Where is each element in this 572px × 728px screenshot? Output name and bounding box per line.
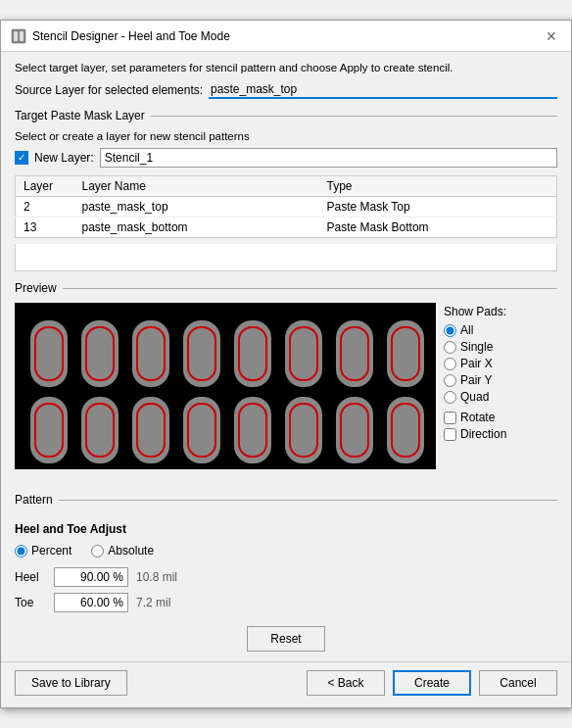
radio-pair-x: Pair X — [444, 357, 506, 370]
pad-inner — [136, 403, 166, 458]
mode-percent: Percent — [15, 544, 72, 558]
pad-inner — [85, 403, 115, 458]
footer-buttons: Save to Library < Back Create Cancel — [1, 661, 571, 707]
layer-type: Paste Mask Top — [319, 197, 557, 218]
new-layer-checkbox[interactable] — [15, 151, 28, 165]
layer-num: 13 — [16, 218, 74, 238]
pad — [30, 397, 68, 463]
pad — [183, 397, 220, 463]
target-section-label: Target Paste Mask Layer — [15, 109, 557, 122]
heel-input[interactable] — [54, 567, 128, 587]
radio-single-input[interactable] — [444, 341, 456, 354]
radio-all: All — [444, 323, 506, 337]
layer-name: paste_mask_bottom — [74, 218, 319, 238]
rotate-checkbox[interactable] — [444, 412, 456, 424]
pad-inner — [238, 403, 267, 458]
cancel-button[interactable]: Cancel — [479, 670, 557, 696]
title-bar: Stencil Designer - Heel and Toe Mode ✕ — [1, 21, 571, 52]
pad-inner — [34, 326, 64, 381]
layer-name: paste_mask_top — [74, 197, 319, 218]
pad-inner — [340, 326, 369, 381]
heel-note: 10.8 mil — [136, 570, 177, 584]
radio-pairx-input[interactable] — [444, 358, 456, 370]
new-layer-name-input[interactable] — [100, 148, 557, 168]
pad-inner — [238, 326, 267, 381]
absolute-radio[interactable] — [91, 545, 104, 558]
radio-single-label: Single — [460, 340, 493, 354]
save-library-button[interactable]: Save to Library — [15, 670, 127, 696]
pad — [234, 320, 271, 387]
back-button[interactable]: < Back — [307, 670, 385, 696]
percent-label: Percent — [31, 544, 72, 558]
table-empty-space — [15, 244, 557, 271]
pad — [132, 397, 169, 463]
pad-row — [30, 397, 436, 463]
checkbox-rotate-row: Rotate — [444, 411, 506, 424]
radio-single: Single — [444, 340, 506, 354]
pad — [132, 320, 169, 387]
pad-inner — [391, 403, 420, 458]
radio-pairx-label: Pair X — [460, 357, 493, 370]
radio-pairy-label: Pair Y — [460, 373, 492, 387]
toe-input[interactable] — [54, 593, 128, 612]
pattern-title: Heel and Toe Adjust — [15, 522, 557, 536]
heel-label: Heel — [15, 570, 46, 584]
radio-all-label: All — [460, 323, 473, 337]
radio-pairy-input[interactable] — [444, 374, 456, 387]
reset-button[interactable]: Reset — [247, 626, 325, 652]
pad-inner — [340, 403, 369, 458]
radio-quad-input[interactable] — [444, 391, 456, 404]
show-pads-title: Show Pads: — [444, 305, 506, 318]
toe-note: 7.2 mil — [136, 596, 170, 609]
layer-name-col-header: Layer Name — [74, 176, 319, 197]
toe-label: Toe — [15, 596, 46, 609]
mode-absolute: Absolute — [91, 544, 154, 558]
pad — [234, 397, 271, 463]
pad-row — [30, 320, 436, 387]
reset-row: Reset — [1, 626, 571, 652]
absolute-label: Absolute — [108, 544, 154, 558]
pad — [336, 320, 373, 387]
pad — [285, 397, 322, 463]
table-row[interactable]: 2paste_mask_topPaste Mask Top — [16, 197, 557, 218]
dialog-content: Select target layer, set parameters for … — [1, 52, 571, 487]
target-sublabel: Select or create a layer for new stencil… — [15, 130, 557, 142]
close-button[interactable]: ✕ — [542, 26, 561, 46]
radio-quad: Quad — [444, 390, 506, 404]
radio-all-input[interactable] — [444, 324, 456, 337]
layer-num: 2 — [16, 197, 74, 218]
pad — [387, 320, 424, 387]
stencil-icon — [11, 28, 26, 44]
table-row[interactable]: 13paste_mask_bottomPaste Mask Bottom — [16, 218, 557, 238]
pad — [336, 397, 373, 463]
pad-inner — [136, 326, 166, 381]
pad-inner — [289, 326, 318, 381]
source-layer-label: Source Layer for selected elements: — [15, 83, 203, 97]
new-layer-row: New Layer: — [15, 148, 557, 168]
pattern-section-label: Pattern — [15, 493, 557, 507]
layer-type-col-header: Type — [319, 176, 557, 197]
pad — [387, 397, 424, 463]
percent-radio[interactable] — [15, 545, 27, 558]
pattern-inner: Heel and Toe Adjust Percent Absolute Hee… — [1, 514, 571, 626]
direction-label: Direction — [460, 427, 506, 441]
radio-quad-label: Quad — [460, 390, 489, 404]
stencil-designer-dialog: Stencil Designer - Heel and Toe Mode ✕ S… — [0, 20, 572, 708]
dialog-title: Stencil Designer - Heel and Toe Mode — [32, 29, 230, 43]
create-button[interactable]: Create — [393, 670, 471, 696]
pad — [81, 397, 119, 463]
pad-inner — [289, 403, 318, 458]
layer-table: Layer Layer Name Type 2paste_mask_topPas… — [15, 175, 557, 238]
pad-inner — [187, 326, 216, 381]
source-layer-input[interactable] — [209, 81, 557, 99]
heel-row: Heel 10.8 mil — [15, 567, 557, 587]
toe-row: Toe 7.2 mil — [15, 593, 557, 612]
preview-section-label: Preview — [15, 281, 557, 295]
pad — [183, 320, 220, 387]
pad-inner — [187, 403, 216, 458]
source-layer-row: Source Layer for selected elements: — [15, 81, 557, 99]
checkbox-direction-row: Direction — [444, 427, 506, 441]
new-layer-label: New Layer: — [34, 151, 94, 165]
preview-canvas — [15, 303, 436, 469]
direction-checkbox[interactable] — [444, 428, 456, 441]
